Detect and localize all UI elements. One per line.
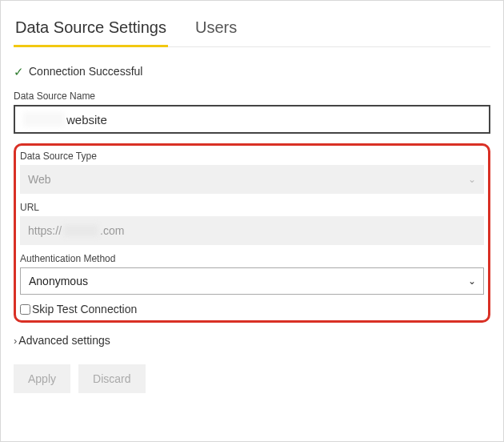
- select-data-source-type: Web ⌄: [20, 165, 484, 194]
- advanced-settings-toggle[interactable]: › Advanced settings: [14, 334, 490, 347]
- value-data-source-type: Web: [20, 165, 484, 194]
- label-data-source-name: Data Source Name: [14, 90, 490, 102]
- redacted-url-host: [63, 225, 98, 236]
- tab-data-source-settings[interactable]: Data Source Settings: [14, 14, 168, 47]
- chevron-down-icon: ⌄: [468, 174, 476, 185]
- skip-test-row: Skip Test Connection: [20, 303, 484, 315]
- input-data-source-name[interactable]: website: [14, 105, 490, 134]
- field-data-source-type: Data Source Type Web ⌄: [20, 151, 484, 194]
- url-prefix: https://: [28, 224, 62, 237]
- name-suffix: website: [66, 113, 107, 127]
- redacted-name-prefix: [23, 112, 65, 127]
- checkbox-skip-test[interactable]: [20, 304, 30, 315]
- label-advanced: Advanced settings: [18, 334, 110, 347]
- button-row: Apply Discard: [14, 364, 490, 393]
- check-icon: ✓: [14, 66, 24, 78]
- select-auth-method-wrap: Anonymous ⌄: [20, 267, 484, 295]
- label-skip-test: Skip Test Connection: [32, 303, 137, 315]
- label-url: URL: [20, 202, 484, 213]
- tabs-bar: Data Source Settings Users: [14, 14, 490, 47]
- highlight-box: Data Source Type Web ⌄ URL https:// .com…: [14, 143, 490, 323]
- select-auth-method[interactable]: Anonymous: [20, 267, 484, 295]
- url-suffix: .com: [100, 224, 124, 237]
- chevron-right-icon: ›: [14, 335, 17, 347]
- connection-status: ✓ Connection Successful: [14, 65, 490, 78]
- status-text: Connection Successful: [29, 65, 142, 78]
- field-data-source-name: Data Source Name website: [14, 90, 490, 134]
- input-url: https:// .com: [20, 216, 484, 245]
- tab-users[interactable]: Users: [194, 14, 238, 46]
- discard-button[interactable]: Discard: [78, 364, 145, 393]
- label-data-source-type: Data Source Type: [20, 151, 484, 162]
- field-url: URL https:// .com: [20, 202, 484, 245]
- label-auth-method: Authentication Method: [20, 253, 484, 264]
- field-auth-method: Authentication Method Anonymous ⌄: [20, 253, 484, 295]
- apply-button[interactable]: Apply: [14, 364, 70, 393]
